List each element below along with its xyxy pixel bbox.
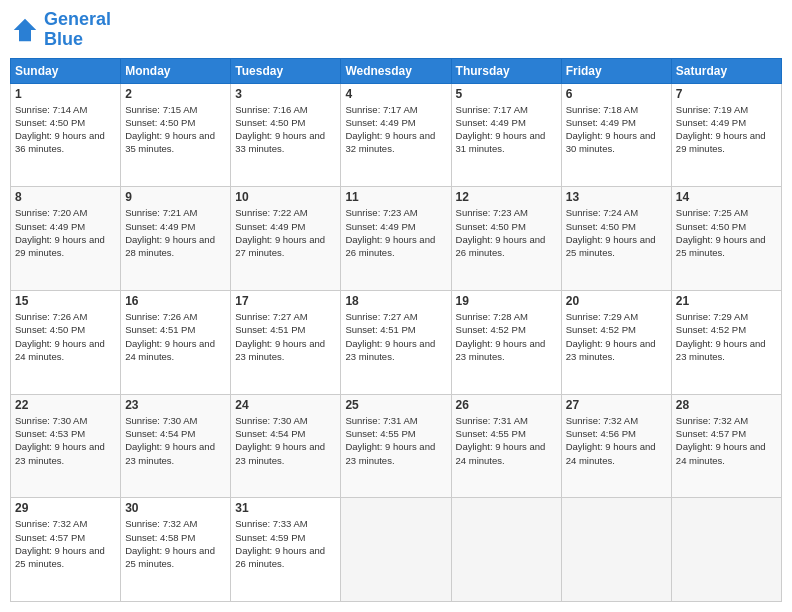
day-info: Sunrise: 7:32 AMSunset: 4:58 PMDaylight:… — [125, 517, 226, 570]
day-number: 8 — [15, 190, 116, 204]
day-number: 20 — [566, 294, 667, 308]
col-monday: Monday — [121, 58, 231, 83]
col-tuesday: Tuesday — [231, 58, 341, 83]
day-info: Sunrise: 7:23 AMSunset: 4:50 PMDaylight:… — [456, 206, 557, 259]
header-row: Sunday Monday Tuesday Wednesday Thursday… — [11, 58, 782, 83]
calendar-cell: 20 Sunrise: 7:29 AMSunset: 4:52 PMDaylig… — [561, 290, 671, 394]
day-info: Sunrise: 7:25 AMSunset: 4:50 PMDaylight:… — [676, 206, 777, 259]
day-info: Sunrise: 7:19 AMSunset: 4:49 PMDaylight:… — [676, 103, 777, 156]
week-row-2: 8 Sunrise: 7:20 AMSunset: 4:49 PMDayligh… — [11, 187, 782, 291]
calendar-table: Sunday Monday Tuesday Wednesday Thursday… — [10, 58, 782, 602]
day-number: 18 — [345, 294, 446, 308]
day-info: Sunrise: 7:28 AMSunset: 4:52 PMDaylight:… — [456, 310, 557, 363]
calendar-cell: 21 Sunrise: 7:29 AMSunset: 4:52 PMDaylig… — [671, 290, 781, 394]
calendar-cell: 22 Sunrise: 7:30 AMSunset: 4:53 PMDaylig… — [11, 394, 121, 498]
calendar-cell: 14 Sunrise: 7:25 AMSunset: 4:50 PMDaylig… — [671, 187, 781, 291]
calendar-cell: 24 Sunrise: 7:30 AMSunset: 4:54 PMDaylig… — [231, 394, 341, 498]
day-info: Sunrise: 7:20 AMSunset: 4:49 PMDaylight:… — [15, 206, 116, 259]
calendar-cell: 18 Sunrise: 7:27 AMSunset: 4:51 PMDaylig… — [341, 290, 451, 394]
day-number: 30 — [125, 501, 226, 515]
calendar-cell: 26 Sunrise: 7:31 AMSunset: 4:55 PMDaylig… — [451, 394, 561, 498]
calendar-cell — [341, 498, 451, 602]
day-number: 19 — [456, 294, 557, 308]
calendar-cell — [671, 498, 781, 602]
day-number: 2 — [125, 87, 226, 101]
calendar-cell: 2 Sunrise: 7:15 AMSunset: 4:50 PMDayligh… — [121, 83, 231, 187]
day-info: Sunrise: 7:16 AMSunset: 4:50 PMDaylight:… — [235, 103, 336, 156]
day-number: 5 — [456, 87, 557, 101]
day-number: 29 — [15, 501, 116, 515]
page: General Blue Sunday Monday Tuesday Wedne… — [0, 0, 792, 612]
calendar-cell: 1 Sunrise: 7:14 AMSunset: 4:50 PMDayligh… — [11, 83, 121, 187]
day-number: 25 — [345, 398, 446, 412]
calendar-cell: 16 Sunrise: 7:26 AMSunset: 4:51 PMDaylig… — [121, 290, 231, 394]
calendar-cell: 30 Sunrise: 7:32 AMSunset: 4:58 PMDaylig… — [121, 498, 231, 602]
day-info: Sunrise: 7:22 AMSunset: 4:49 PMDaylight:… — [235, 206, 336, 259]
calendar-cell: 7 Sunrise: 7:19 AMSunset: 4:49 PMDayligh… — [671, 83, 781, 187]
week-row-3: 15 Sunrise: 7:26 AMSunset: 4:50 PMDaylig… — [11, 290, 782, 394]
calendar-cell: 11 Sunrise: 7:23 AMSunset: 4:49 PMDaylig… — [341, 187, 451, 291]
day-info: Sunrise: 7:21 AMSunset: 4:49 PMDaylight:… — [125, 206, 226, 259]
col-wednesday: Wednesday — [341, 58, 451, 83]
day-info: Sunrise: 7:24 AMSunset: 4:50 PMDaylight:… — [566, 206, 667, 259]
day-number: 24 — [235, 398, 336, 412]
calendar-cell: 28 Sunrise: 7:32 AMSunset: 4:57 PMDaylig… — [671, 394, 781, 498]
day-number: 16 — [125, 294, 226, 308]
day-info: Sunrise: 7:32 AMSunset: 4:57 PMDaylight:… — [676, 414, 777, 467]
day-info: Sunrise: 7:31 AMSunset: 4:55 PMDaylight:… — [345, 414, 446, 467]
day-number: 4 — [345, 87, 446, 101]
day-number: 21 — [676, 294, 777, 308]
calendar-cell: 29 Sunrise: 7:32 AMSunset: 4:57 PMDaylig… — [11, 498, 121, 602]
day-info: Sunrise: 7:17 AMSunset: 4:49 PMDaylight:… — [456, 103, 557, 156]
day-number: 14 — [676, 190, 777, 204]
calendar-cell: 25 Sunrise: 7:31 AMSunset: 4:55 PMDaylig… — [341, 394, 451, 498]
day-info: Sunrise: 7:23 AMSunset: 4:49 PMDaylight:… — [345, 206, 446, 259]
day-info: Sunrise: 7:18 AMSunset: 4:49 PMDaylight:… — [566, 103, 667, 156]
day-info: Sunrise: 7:33 AMSunset: 4:59 PMDaylight:… — [235, 517, 336, 570]
calendar-cell: 9 Sunrise: 7:21 AMSunset: 4:49 PMDayligh… — [121, 187, 231, 291]
header: General Blue — [10, 10, 782, 50]
calendar-cell — [451, 498, 561, 602]
logo: General Blue — [10, 10, 111, 50]
day-number: 11 — [345, 190, 446, 204]
day-number: 9 — [125, 190, 226, 204]
calendar-cell — [561, 498, 671, 602]
col-thursday: Thursday — [451, 58, 561, 83]
day-number: 17 — [235, 294, 336, 308]
day-info: Sunrise: 7:31 AMSunset: 4:55 PMDaylight:… — [456, 414, 557, 467]
day-number: 28 — [676, 398, 777, 412]
week-row-4: 22 Sunrise: 7:30 AMSunset: 4:53 PMDaylig… — [11, 394, 782, 498]
day-number: 7 — [676, 87, 777, 101]
day-info: Sunrise: 7:26 AMSunset: 4:51 PMDaylight:… — [125, 310, 226, 363]
calendar-cell: 3 Sunrise: 7:16 AMSunset: 4:50 PMDayligh… — [231, 83, 341, 187]
svg-marker-0 — [14, 19, 37, 42]
day-number: 26 — [456, 398, 557, 412]
day-number: 6 — [566, 87, 667, 101]
calendar-cell: 5 Sunrise: 7:17 AMSunset: 4:49 PMDayligh… — [451, 83, 561, 187]
calendar-cell: 12 Sunrise: 7:23 AMSunset: 4:50 PMDaylig… — [451, 187, 561, 291]
calendar-cell: 6 Sunrise: 7:18 AMSunset: 4:49 PMDayligh… — [561, 83, 671, 187]
calendar-cell: 13 Sunrise: 7:24 AMSunset: 4:50 PMDaylig… — [561, 187, 671, 291]
day-number: 13 — [566, 190, 667, 204]
day-number: 12 — [456, 190, 557, 204]
day-number: 31 — [235, 501, 336, 515]
day-number: 10 — [235, 190, 336, 204]
calendar-cell: 27 Sunrise: 7:32 AMSunset: 4:56 PMDaylig… — [561, 394, 671, 498]
week-row-5: 29 Sunrise: 7:32 AMSunset: 4:57 PMDaylig… — [11, 498, 782, 602]
day-info: Sunrise: 7:17 AMSunset: 4:49 PMDaylight:… — [345, 103, 446, 156]
calendar: Sunday Monday Tuesday Wednesday Thursday… — [10, 58, 782, 602]
day-number: 3 — [235, 87, 336, 101]
calendar-cell: 10 Sunrise: 7:22 AMSunset: 4:49 PMDaylig… — [231, 187, 341, 291]
day-info: Sunrise: 7:29 AMSunset: 4:52 PMDaylight:… — [676, 310, 777, 363]
logo-icon — [10, 15, 40, 45]
calendar-cell: 17 Sunrise: 7:27 AMSunset: 4:51 PMDaylig… — [231, 290, 341, 394]
day-info: Sunrise: 7:26 AMSunset: 4:50 PMDaylight:… — [15, 310, 116, 363]
day-number: 22 — [15, 398, 116, 412]
calendar-cell: 4 Sunrise: 7:17 AMSunset: 4:49 PMDayligh… — [341, 83, 451, 187]
calendar-cell: 15 Sunrise: 7:26 AMSunset: 4:50 PMDaylig… — [11, 290, 121, 394]
day-number: 27 — [566, 398, 667, 412]
day-info: Sunrise: 7:27 AMSunset: 4:51 PMDaylight:… — [345, 310, 446, 363]
day-info: Sunrise: 7:30 AMSunset: 4:53 PMDaylight:… — [15, 414, 116, 467]
calendar-cell: 31 Sunrise: 7:33 AMSunset: 4:59 PMDaylig… — [231, 498, 341, 602]
day-info: Sunrise: 7:32 AMSunset: 4:56 PMDaylight:… — [566, 414, 667, 467]
